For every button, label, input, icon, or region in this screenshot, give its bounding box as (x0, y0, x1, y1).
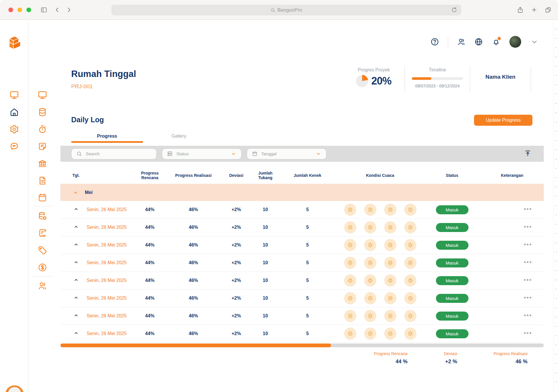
column-header: Progress Rencana (133, 171, 167, 180)
address-bar[interactable]: BangunPro (111, 5, 461, 15)
collapse-row-icon[interactable] (60, 224, 79, 231)
chevron-down-icon (315, 151, 321, 157)
row-weather (337, 310, 424, 322)
pie-chart-icon (356, 75, 368, 87)
row-progress-realisasi: 46% (167, 296, 220, 301)
row-menu-icon[interactable]: ••• (524, 332, 532, 335)
sunny-icon (344, 257, 356, 269)
user-avatar[interactable] (5, 385, 24, 392)
status-filter[interactable]: Status (162, 148, 242, 159)
row-menu-icon[interactable]: ••• (524, 296, 532, 299)
status-badge: Masuk (436, 258, 468, 267)
row-menu-icon[interactable]: ••• (524, 278, 532, 281)
sidebar-item-monitor[interactable] (37, 90, 47, 100)
row-menu-icon[interactable]: ••• (524, 208, 532, 211)
collapse-row-icon[interactable] (60, 330, 79, 337)
sidebar-item-notes[interactable] (37, 141, 47, 151)
row-progress-realisasi: 46% (167, 207, 220, 212)
help-icon[interactable] (430, 37, 439, 46)
row-weather (337, 239, 424, 251)
sidebar-item-database-add[interactable] (37, 211, 47, 221)
scroll-to-top-icon[interactable] (524, 150, 532, 158)
reload-icon[interactable] (451, 6, 458, 13)
column-header: Jumlah Kenek (278, 173, 337, 178)
sunny-icon (384, 221, 396, 233)
row-jumlah-tukang: 10 (252, 278, 278, 283)
sidebar-item-report[interactable] (37, 228, 47, 238)
app-logo[interactable] (7, 35, 22, 53)
sidebar-item-database[interactable] (37, 107, 47, 117)
sunny-icon (364, 221, 376, 233)
sidebar-item-home[interactable] (9, 107, 19, 117)
row-weather (337, 274, 424, 287)
sidebar-item-dashboard[interactable] (9, 90, 19, 100)
row-menu-icon[interactable]: ••• (524, 225, 532, 228)
sidebar-item-documents[interactable] (37, 176, 47, 186)
update-progress-button[interactable]: Update Progress (474, 115, 532, 126)
date-filter[interactable]: Tanggal (247, 148, 326, 159)
horizontal-scrollbar[interactable] (60, 344, 544, 347)
tab-overview-icon[interactable] (545, 6, 552, 13)
back-icon[interactable] (54, 6, 61, 13)
column-header: Kondisi Cuaca (337, 173, 424, 178)
row-menu-icon[interactable]: ••• (524, 314, 532, 317)
client-name-label: Nama Klien (485, 74, 515, 80)
forward-icon[interactable] (65, 6, 72, 13)
row-jumlah-kenek: 5 (278, 207, 337, 212)
search-input[interactable] (86, 151, 144, 156)
new-tab-icon[interactable] (531, 6, 538, 13)
divider (531, 66, 531, 92)
sidebar-toggle-icon[interactable] (40, 6, 47, 13)
sunny-icon (404, 239, 416, 251)
sidebar-item-bank[interactable] (37, 159, 47, 168)
sidebar-item-settings[interactable] (9, 124, 19, 134)
share-icon[interactable] (517, 6, 524, 13)
sidebar-item-tags[interactable] (37, 245, 47, 255)
row-weather (337, 204, 424, 216)
search-icon (76, 151, 82, 157)
row-date: Senin, 26 Mei 2025 (87, 278, 133, 283)
row-date: Senin, 26 Mei 2025 (87, 331, 133, 336)
collapse-row-icon[interactable] (60, 277, 79, 284)
row-weather (337, 257, 424, 269)
sidebar-item-calendar[interactable] (37, 193, 47, 202)
sunny-icon (384, 310, 396, 322)
row-deviasi: +2% (220, 242, 252, 248)
row-deviasi: +2% (220, 331, 252, 336)
table-row: Senin, 26 Mei 2025 44% 46% +2% 10 5 Masu… (60, 307, 544, 325)
sidebar-item-team[interactable] (37, 281, 47, 291)
collapse-row-icon[interactable] (60, 312, 79, 319)
tab-gallery[interactable]: Gallery (143, 134, 215, 143)
status-badge: Masuk (436, 223, 468, 232)
chevron-down-icon[interactable] (530, 37, 539, 46)
row-menu-icon[interactable]: ••• (524, 243, 532, 246)
profile-avatar[interactable] (509, 36, 521, 48)
members-icon[interactable] (457, 37, 466, 46)
sunny-icon (344, 328, 356, 340)
minimize-window-button[interactable] (17, 8, 22, 12)
row-menu-icon[interactable]: ••• (524, 261, 532, 264)
collapse-row-icon[interactable] (60, 242, 79, 249)
globe-icon[interactable] (474, 37, 483, 46)
sidebar-item-timer[interactable] (37, 124, 47, 134)
row-date: Senin, 26 Mei 2025 (87, 313, 133, 319)
sunny-icon (404, 221, 416, 233)
status-filter-label: Status (176, 151, 189, 156)
summary-item: Progress Realisasi 46 % (493, 351, 527, 365)
collapse-row-icon[interactable] (60, 206, 79, 213)
collapse-row-icon[interactable] (60, 259, 79, 266)
close-window-button[interactable] (8, 8, 13, 12)
scrollbar-thumb[interactable] (60, 344, 331, 347)
sidebar-item-finance[interactable] (37, 262, 47, 272)
notification-dot (498, 37, 501, 40)
tab-progress[interactable]: Progress (71, 134, 143, 143)
zoom-window-button[interactable] (26, 8, 31, 12)
sidebar-item-chat[interactable] (9, 141, 19, 151)
month-group-row[interactable]: Mei (60, 184, 544, 201)
search-field[interactable] (71, 148, 157, 159)
column-header: Jumlah Tukang (252, 171, 278, 180)
collapse-row-icon[interactable] (60, 295, 79, 302)
vertical-scrollbar[interactable] (554, 20, 558, 392)
sunny-icon (384, 274, 396, 287)
status-badge: Masuk (436, 329, 468, 338)
